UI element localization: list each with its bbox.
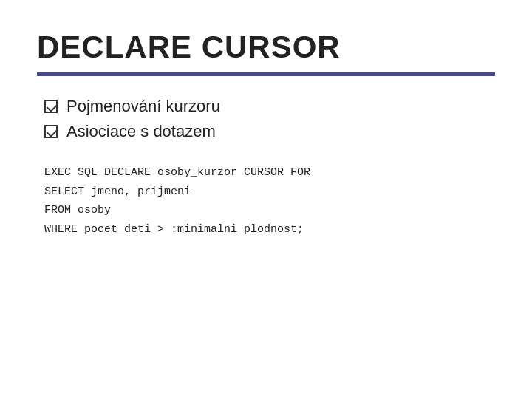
code-line-4: WHERE pocet_deti > :minimalni_plodnost; bbox=[44, 220, 495, 239]
bullet-label-2: Asiociace s dotazem bbox=[66, 122, 216, 141]
code-block: EXEC SQL DECLARE osoby_kurzor CURSOR FOR… bbox=[37, 163, 495, 239]
code-line-1: EXEC SQL DECLARE osoby_kurzor CURSOR FOR bbox=[44, 163, 495, 183]
checkbox-icon bbox=[44, 100, 58, 113]
title-underline bbox=[37, 72, 495, 76]
bullet-label-1: Pojmenování kurzoru bbox=[66, 97, 220, 116]
list-item: Asiociace s dotazem bbox=[44, 122, 495, 141]
bullet-list: Pojmenování kurzoru Asiociace s dotazem bbox=[37, 97, 495, 141]
slide: DECLARE CURSOR Pojmenování kurzoru Asioc… bbox=[0, 0, 532, 399]
slide-title: DECLARE CURSOR bbox=[37, 30, 495, 65]
checkbox-icon bbox=[44, 125, 58, 138]
list-item: Pojmenování kurzoru bbox=[44, 97, 495, 116]
code-line-3: FROM osoby bbox=[44, 201, 495, 220]
code-line-2: SELECT jmeno, prijmeni bbox=[44, 183, 495, 202]
